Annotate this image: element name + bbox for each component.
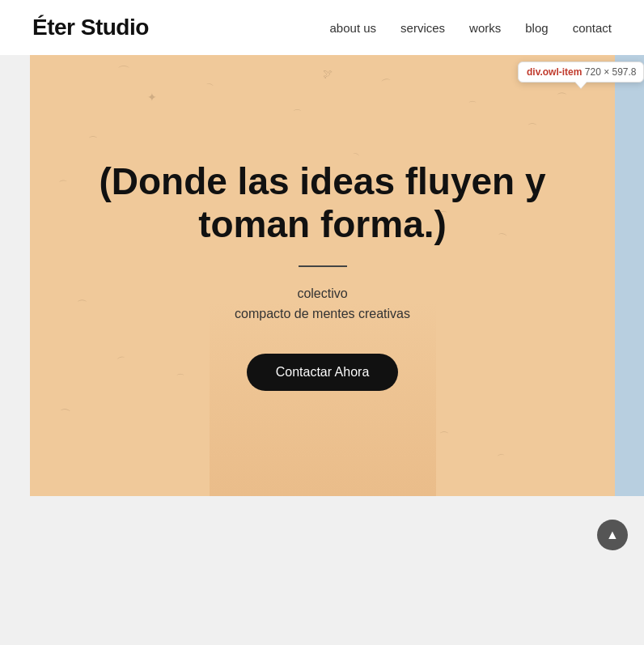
header: Éter Studio about us services works blog… <box>0 0 644 55</box>
nav-works[interactable]: works <box>469 21 501 35</box>
hero-subtitle: colectivo compacto de mentes creativas <box>78 283 566 325</box>
hero-title: (Donde las ideas fluyen y toman forma.) <box>78 160 566 246</box>
hero-divider <box>299 265 347 267</box>
footer-area: ▲ <box>0 496 644 566</box>
dev-tooltip: div.owl-item 720 × 597.8 <box>518 62 644 83</box>
page-wrapper: Éter Studio about us services works blog… <box>0 0 644 566</box>
nav-services[interactable]: services <box>400 21 445 35</box>
cta-button[interactable]: Contactar Ahora <box>247 354 399 391</box>
sidebar-right: div.owl-item 720 × 597.8 <box>615 55 644 496</box>
nav-about[interactable]: about us <box>330 21 377 35</box>
nav-blog[interactable]: blog <box>525 21 548 35</box>
hero-content: (Donde las ideas fluyen y toman forma.) … <box>30 160 615 391</box>
main-nav: about us services works blog contact <box>330 21 612 35</box>
nav-contact[interactable]: contact <box>573 21 612 35</box>
tooltip-arrow <box>575 82 587 88</box>
logo: Éter Studio <box>32 15 149 40</box>
hero-section: ✦ ⌒ ⌒ ⌒ ⌒ ⌒ ⌒ 🕊 ⌒ ⌒ ⌒ ⌒ ⌒ ⌒ ⌒ ⌒ ⌒ ⌒ ⌒ ⌒ <box>30 55 615 496</box>
content-area: ✦ ⌒ ⌒ ⌒ ⌒ ⌒ ⌒ 🕊 ⌒ ⌒ ⌒ ⌒ ⌒ ⌒ ⌒ ⌒ ⌒ ⌒ ⌒ ⌒ <box>0 55 644 496</box>
scroll-top-button[interactable]: ▲ <box>597 520 628 550</box>
